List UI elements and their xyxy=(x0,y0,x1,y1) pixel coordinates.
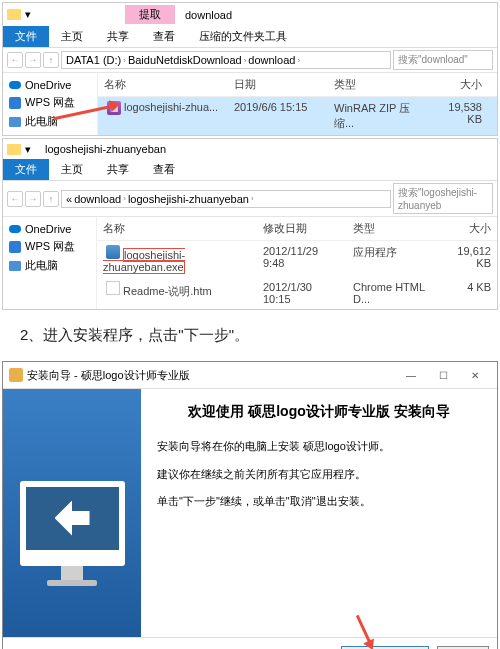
ribbon: 文件 主页 共享 查看 压缩的文件夹工具 xyxy=(3,26,497,48)
installer-titlebar: 安装向导 - 硕思logo设计师专业版 — ☐ ✕ xyxy=(3,362,497,389)
instruction-text: 2、进入安装程序，点击"下一步"。 xyxy=(0,312,500,359)
window-title: logoshejishi-zhuanyeban xyxy=(39,141,172,157)
sidebar-onedrive[interactable]: OneDrive xyxy=(7,221,92,237)
col-date[interactable]: 日期 xyxy=(228,75,328,94)
tab-file[interactable]: 文件 xyxy=(3,159,49,180)
overflow-icon[interactable]: ▾ xyxy=(25,143,31,156)
tab-tools[interactable]: 压缩的文件夹工具 xyxy=(187,26,299,47)
monitor-graphic xyxy=(20,481,125,566)
bc-part[interactable]: download xyxy=(74,193,121,205)
cloud-icon xyxy=(9,81,21,89)
tab-home[interactable]: 主页 xyxy=(49,26,95,47)
tab-file[interactable]: 文件 xyxy=(3,26,49,47)
folder-icon xyxy=(7,9,21,20)
installer-body: 欢迎使用 硕思logo设计师专业版 安装向导 安装向导将在你的电脑上安装 硕思l… xyxy=(3,389,497,637)
tab-view[interactable]: 查看 xyxy=(141,26,187,47)
installer-content: 欢迎使用 硕思logo设计师专业版 安装向导 安装向导将在你的电脑上安装 硕思l… xyxy=(141,389,497,637)
tab-home[interactable]: 主页 xyxy=(49,159,95,180)
ribbon: 文件 主页 共享 查看 xyxy=(3,159,497,181)
installer-p1: 安装向导将在你的电脑上安装 硕思logo设计师。 xyxy=(157,438,481,456)
sidebar-pc[interactable]: 此电脑 xyxy=(7,256,92,275)
installer-heading: 欢迎使用 硕思logo设计师专业版 安装向导 xyxy=(157,401,481,422)
file-row[interactable]: Readme-说明.htm 2012/1/30 10:15 Chrome HTM… xyxy=(97,277,497,309)
forward-button[interactable]: → xyxy=(25,191,41,207)
sidebar-onedrive[interactable]: OneDrive xyxy=(7,77,93,93)
explorer-window-1: ▾ 提取 download 文件 主页 共享 查看 压缩的文件夹工具 ← → ↑… xyxy=(2,2,498,136)
htm-icon xyxy=(106,281,120,295)
sidebar-wps[interactable]: WPS 网盘 xyxy=(7,93,93,112)
pc-icon xyxy=(9,117,21,127)
wps-icon xyxy=(9,241,21,253)
exe-icon xyxy=(106,245,120,259)
tab-share[interactable]: 共享 xyxy=(95,26,141,47)
file-row[interactable]: ▦logoshejishi-zhua... 2019/6/6 15:15 Win… xyxy=(98,97,497,135)
explorer-window-2: ▾ logoshejishi-zhuanyeban 文件 主页 共享 查看 ← … xyxy=(2,138,498,310)
installer-image xyxy=(3,389,141,637)
maximize-button[interactable]: ☐ xyxy=(427,366,459,384)
wps-icon xyxy=(9,97,21,109)
tab-share[interactable]: 共享 xyxy=(95,159,141,180)
col-name[interactable]: 名称 xyxy=(97,219,257,238)
nav-bar: ← → ↑ DATA1 (D:)› BaiduNetdiskDownload› … xyxy=(3,48,497,73)
titlebar: ▾ 提取 download xyxy=(3,3,497,26)
bc-part[interactable]: BaiduNetdiskDownload xyxy=(128,54,242,66)
file-pane: 名称 修改日期 类型 大小 logoshejishi-zhuanyeban.ex… xyxy=(97,217,497,309)
breadcrumb[interactable]: « download› logoshejishi-zhuanyeban› xyxy=(61,190,391,208)
file-row[interactable]: logoshejishi-zhuanyeban.exe 2012/11/29 9… xyxy=(97,241,497,277)
overflow-icon[interactable]: ▾ xyxy=(25,8,31,21)
col-type[interactable]: 类型 xyxy=(328,75,428,94)
breadcrumb[interactable]: DATA1 (D:)› BaiduNetdiskDownload› downlo… xyxy=(61,51,391,69)
nav-bar: ← → ↑ « download› logoshejishi-zhuanyeba… xyxy=(3,181,497,217)
col-name[interactable]: 名称 xyxy=(98,75,228,94)
col-size[interactable]: 大小 xyxy=(437,219,497,238)
forward-button[interactable]: → xyxy=(25,52,41,68)
bc-part[interactable]: logoshejishi-zhuanyeban xyxy=(128,193,249,205)
bc-part[interactable]: DATA1 (D:) xyxy=(66,54,121,66)
installer-p3: 单击"下一步"继续，或单击"取消"退出安装。 xyxy=(157,493,481,511)
sidebar: OneDrive WPS 网盘 此电脑 xyxy=(3,73,98,135)
extract-tab[interactable]: 提取 xyxy=(125,5,175,24)
file-pane: 名称 日期 类型 大小 ▦logoshejishi-zhua... 2019/6… xyxy=(98,73,497,135)
installer-icon xyxy=(9,368,23,382)
tab-view[interactable]: 查看 xyxy=(141,159,187,180)
minimize-button[interactable]: — xyxy=(395,366,427,384)
back-button[interactable]: ← xyxy=(7,191,23,207)
close-button[interactable]: ✕ xyxy=(459,366,491,384)
titlebar: ▾ logoshejishi-zhuanyeban xyxy=(3,139,497,159)
arrow-icon xyxy=(55,501,90,536)
installer-window: 安装向导 - 硕思logo设计师专业版 — ☐ ✕ 欢迎使用 硕思logo设计师… xyxy=(2,361,498,649)
back-button[interactable]: ← xyxy=(7,52,23,68)
installer-title: 安装向导 - 硕思logo设计师专业版 xyxy=(27,368,395,383)
installer-p2: 建议你在继续之前关闭所有其它应用程序。 xyxy=(157,466,481,484)
cloud-icon xyxy=(9,225,21,233)
window-title: download xyxy=(179,7,238,23)
up-button[interactable]: ↑ xyxy=(43,52,59,68)
sidebar: OneDrive WPS 网盘 此电脑 xyxy=(3,217,97,309)
pc-icon xyxy=(9,261,21,271)
search-input[interactable]: 搜索"download" xyxy=(393,50,493,70)
column-headers: 名称 修改日期 类型 大小 xyxy=(97,217,497,241)
col-type[interactable]: 类型 xyxy=(347,219,437,238)
up-button[interactable]: ↑ xyxy=(43,191,59,207)
column-headers: 名称 日期 类型 大小 xyxy=(98,73,497,97)
sidebar-pc[interactable]: 此电脑 xyxy=(7,112,93,131)
search-input[interactable]: 搜索"logoshejishi-zhuanyeb xyxy=(393,183,493,214)
col-date[interactable]: 修改日期 xyxy=(257,219,347,238)
installer-footer: 下一步(N) > 取消 xyxy=(3,637,497,649)
col-size[interactable]: 大小 xyxy=(428,75,488,94)
folder-icon xyxy=(7,144,21,155)
bc-part[interactable]: download xyxy=(248,54,295,66)
sidebar-wps[interactable]: WPS 网盘 xyxy=(7,237,92,256)
